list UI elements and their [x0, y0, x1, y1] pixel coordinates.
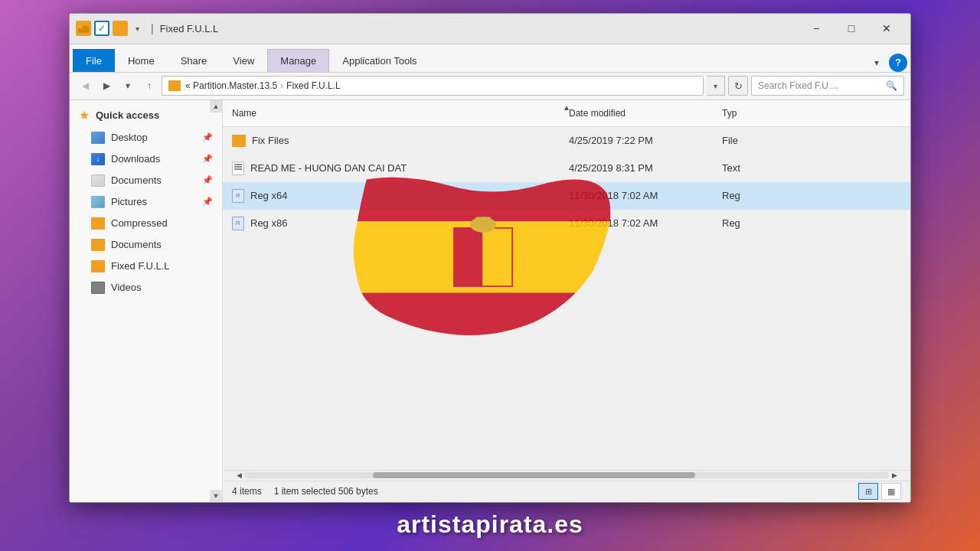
sidebar-item-label-downloads: Downloads [111, 153, 160, 165]
path-sep: › [280, 80, 283, 91]
title-bar-icons: ✓ ▾ | [76, 21, 154, 36]
cell-name-reg-x86: R Reg x86 [223, 217, 560, 230]
col-header-date[interactable]: Date modified [560, 105, 713, 122]
table-row[interactable]: Fix Files 4/25/2019 7:22 PM File [223, 127, 910, 155]
tab-app-tools[interactable]: Application Tools [329, 49, 430, 72]
details-view-button[interactable]: ⊞ [858, 483, 878, 500]
folder3-icon [91, 239, 105, 251]
tab-file[interactable]: File [73, 49, 115, 72]
pictures-icon [91, 196, 105, 208]
cell-date-reg-x86: 11/30/2018 7:02 AM [560, 217, 713, 229]
sidebar-item-label-compressed: Compressed [111, 217, 168, 229]
h-scroll-thumb [373, 472, 695, 478]
cell-type-reg-x64: Reg [713, 190, 805, 201]
svg-rect-1 [78, 25, 83, 28]
window-title: Fixed F.U.L.L [160, 23, 219, 34]
sidebar-item-desktop[interactable]: Desktop 📌 [70, 127, 222, 148]
sidebar-scroll-up[interactable]: ▲ [210, 100, 222, 112]
up-button[interactable]: ↑ [140, 77, 158, 95]
tab-manage[interactable]: Manage [267, 49, 329, 72]
sidebar-item-compressed[interactable]: Compressed [70, 213, 222, 234]
view-controls: ⊞ ▦ [858, 483, 901, 500]
reg-icon-x86: R [232, 217, 244, 230]
file-list: Fix Files 4/25/2019 7:22 PM File READ ME… [223, 127, 910, 470]
tab-view[interactable]: View [220, 49, 267, 72]
sort-arrow-icon: ▲ [563, 103, 570, 112]
sidebar-item-videos[interactable]: Videos [70, 277, 222, 298]
sidebar-item-documents[interactable]: Documents 📌 [70, 170, 222, 191]
documents-icon [91, 174, 105, 187]
address-dropdown-icon[interactable]: ▾ [707, 76, 725, 96]
help-button[interactable]: ? [889, 54, 907, 72]
explorer-window: ✓ ▾ | Fixed F.U.L.L − □ ✕ File Home Shar… [69, 13, 911, 503]
pin-icon-downloads: 📌 [202, 154, 213, 164]
downloads-icon: ↓ [91, 153, 105, 165]
cell-date-reg-x64: 11/30/2018 7:02 AM [560, 190, 713, 201]
sidebar-item-fixed-full[interactable]: Fixed F.U.L.L [70, 256, 222, 277]
ribbon-controls: ▾ ? [867, 54, 907, 72]
sidebar-item-pictures[interactable]: Pictures 📌 [70, 191, 222, 213]
tab-home[interactable]: Home [115, 49, 168, 72]
selected-info: 1 item selected 506 bytes [274, 486, 378, 497]
path-folder-icon [168, 80, 181, 91]
sidebar-item-label-pictures: Pictures [111, 196, 147, 207]
minimize-button[interactable]: − [799, 16, 834, 41]
cell-type-readme: Text [713, 162, 805, 174]
videos-icon [91, 282, 105, 294]
path-prefix: « Partition.Master.13.5 [185, 80, 277, 91]
sidebar-item-label-desktop: Desktop [111, 132, 148, 143]
close-button[interactable]: ✕ [869, 16, 904, 41]
cell-date-readme: 4/25/2019 8:31 PM [560, 162, 713, 174]
pin-icon-pictures: 📌 [202, 197, 213, 207]
forward-button[interactable]: ▶ [97, 77, 116, 95]
search-icon: 🔍 [886, 80, 897, 91]
ribbon: File Home Share View Manage Application … [70, 44, 910, 73]
quick-access-header[interactable]: ★ Quick access [70, 100, 222, 127]
window-controls: − □ ✕ [799, 16, 904, 41]
scroll-right-button[interactable]: ▶ [889, 470, 900, 481]
sidebar-scroll-down[interactable]: ▼ [210, 490, 222, 502]
file-area: ▲ Name Date modified Typ Fix Files 4/25/… [223, 100, 910, 502]
cell-date-fix-files: 4/25/2019 7:22 PM [560, 135, 713, 146]
title-dropdown-icon[interactable]: ▾ [131, 22, 143, 34]
cell-type-reg-x86: Reg [713, 217, 805, 229]
folder-icon [76, 21, 91, 36]
watermark: artistapirata.es [397, 510, 583, 539]
folder4-icon [91, 260, 105, 272]
cell-name-reg-x64: R Reg x64 [223, 189, 560, 203]
address-path[interactable]: « Partition.Master.13.5 › Fixed F.U.L.L [162, 76, 704, 96]
table-row[interactable]: R Reg x64 11/30/2018 7:02 AM Reg [223, 182, 910, 210]
scroll-left-button[interactable]: ◀ [234, 470, 244, 481]
title-bar: ✓ ▾ | Fixed F.U.L.L − □ ✕ [70, 14, 910, 44]
recent-button[interactable]: ▾ [119, 77, 137, 95]
address-bar: ◀ ▶ ▾ ↑ « Partition.Master.13.5 › Fixed … [70, 73, 910, 100]
path-current: Fixed F.U.L.L [286, 80, 341, 91]
content-area: ▲ ★ Quick access Desktop 📌 ↓ Downloads 📌 [70, 100, 910, 502]
sidebar-item-downloads[interactable]: ↓ Downloads 📌 [70, 148, 222, 170]
sidebar-item-documents2[interactable]: Documents [70, 234, 222, 256]
sidebar-item-label-documents2: Documents [111, 239, 162, 250]
col-header-type[interactable]: Typ [713, 105, 805, 122]
back-button[interactable]: ◀ [76, 77, 94, 95]
desktop-icon [91, 132, 105, 144]
pin-icon-desktop: 📌 [202, 132, 213, 142]
refresh-button[interactable]: ↻ [728, 76, 748, 96]
h-scrollbar: ◀ ▶ [223, 470, 910, 481]
large-icon-view-button[interactable]: ▦ [881, 483, 901, 500]
tab-share[interactable]: Share [168, 49, 220, 72]
file-header: ▲ Name Date modified Typ [223, 100, 910, 127]
search-box[interactable]: Search Fixed F.U.... 🔍 [751, 76, 904, 96]
txt-icon-readme [232, 161, 244, 175]
col-header-name[interactable]: Name [223, 105, 560, 122]
pin-icon-documents: 📌 [202, 175, 213, 185]
cell-name-readme: READ ME - HUONG DAN CAI DAT [223, 161, 560, 175]
sidebar-item-label-videos: Videos [111, 282, 142, 293]
table-row[interactable]: R Reg x86 11/30/2018 7:02 AM Reg [223, 210, 910, 237]
cell-type-fix-files: File [713, 135, 805, 146]
star-icon: ★ [79, 108, 90, 122]
compressed-icon [91, 217, 105, 230]
h-scroll-track[interactable] [244, 472, 889, 478]
table-row[interactable]: READ ME - HUONG DAN CAI DAT 4/25/2019 8:… [223, 155, 910, 182]
ribbon-chevron-icon[interactable]: ▾ [867, 54, 886, 72]
maximize-button[interactable]: □ [834, 16, 869, 41]
